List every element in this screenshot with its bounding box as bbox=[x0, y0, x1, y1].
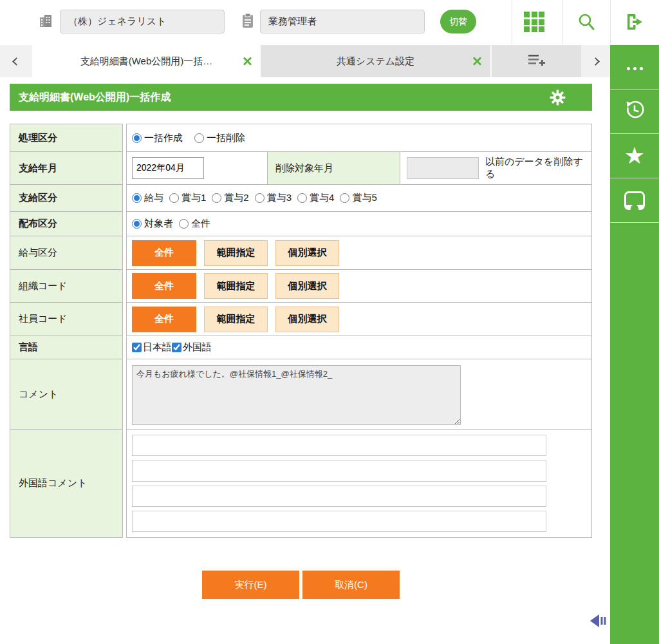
checkbox-foreign[interactable] bbox=[172, 343, 181, 352]
radio-option-batch-delete[interactable]: 一括削除 bbox=[194, 132, 245, 144]
org-code-individual-button[interactable]: 個別選択 bbox=[275, 273, 339, 299]
header-divider bbox=[512, 0, 512, 44]
foreign-comment-input-1[interactable] bbox=[132, 435, 546, 456]
close-tab-icon[interactable] bbox=[472, 56, 482, 66]
delete-suffix-text: 以前のデータを削除する bbox=[485, 156, 591, 180]
tab-scroll-left-button[interactable] bbox=[0, 45, 32, 77]
tab-label: 共通システム設定 bbox=[337, 55, 414, 68]
header-divider bbox=[610, 0, 611, 44]
radio-option-bonus1[interactable]: 賞与1 bbox=[169, 192, 206, 204]
company-input[interactable] bbox=[60, 10, 225, 33]
salary-type-all-button[interactable]: 全件 bbox=[132, 240, 196, 266]
radio-all[interactable] bbox=[179, 219, 189, 229]
salary-type-range-button[interactable]: 範囲指定 bbox=[204, 240, 268, 266]
employee-code-range-button[interactable]: 範囲指定 bbox=[204, 307, 268, 332]
switch-button[interactable]: 切替 bbox=[440, 10, 476, 33]
radio-option-targets[interactable]: 対象者 bbox=[132, 218, 173, 230]
comment-textarea[interactable]: 今月もお疲れ様でした。@社保情報1_@社保情報2_ bbox=[132, 365, 461, 425]
radio-option-bonus5[interactable]: 賞与5 bbox=[340, 192, 376, 204]
row-label-process-type: 処理区分 bbox=[10, 124, 123, 152]
pay-month-input[interactable] bbox=[132, 157, 204, 179]
row-label-employee-code: 社員コード bbox=[10, 302, 123, 336]
collapse-panel-arrow-icon[interactable] bbox=[589, 612, 608, 632]
row-label-foreign-comment: 外国語コメント bbox=[10, 429, 123, 538]
foreign-comment-input-2[interactable] bbox=[132, 460, 546, 481]
radio-option-all[interactable]: 全件 bbox=[179, 218, 210, 230]
search-icon[interactable] bbox=[577, 12, 596, 35]
sidebar-history-button[interactable] bbox=[610, 90, 659, 134]
settings-gear-icon[interactable] bbox=[549, 89, 566, 109]
radio-bonus2[interactable] bbox=[212, 193, 221, 203]
chevron-right-icon bbox=[591, 57, 600, 66]
apps-grid-icon[interactable] bbox=[524, 12, 544, 32]
action-buttons: 実行(E) 取消(C) bbox=[10, 571, 592, 599]
org-code-all-button[interactable]: 全件 bbox=[132, 273, 196, 299]
radio-option-salary[interactable]: 給与 bbox=[132, 192, 163, 204]
row-org-code: 組織コード 全件 範囲指定 個別選択 bbox=[10, 269, 592, 303]
org-code-range-button[interactable]: 範囲指定 bbox=[204, 273, 268, 299]
close-tab-icon[interactable] bbox=[242, 56, 252, 66]
row-comment: コメント 今月もお疲れ様でした。@社保情報1_@社保情報2_ bbox=[10, 359, 592, 430]
row-pay-month: 支給年月 削除対象年月 以前のデータを削除する bbox=[10, 151, 592, 185]
radio-bonus4[interactable] bbox=[297, 193, 307, 203]
manual-book-icon bbox=[624, 191, 645, 210]
checkbox-option-foreign[interactable]: 外国語 bbox=[172, 341, 212, 354]
row-employee-code: 社員コード 全件 範囲指定 個別選択 bbox=[10, 302, 592, 336]
row-distribution: 配布区分 対象者 全件 bbox=[10, 211, 592, 236]
company-building-icon bbox=[39, 13, 54, 31]
checkbox-japanese[interactable] bbox=[132, 343, 142, 352]
row-label-salary-type: 給与区分 bbox=[10, 236, 123, 270]
delete-target-month-input bbox=[407, 157, 479, 179]
history-clock-icon bbox=[624, 99, 645, 124]
tab-payslip-batch[interactable]: 支給明細書(Web公開用)一括… bbox=[32, 45, 261, 77]
execute-button[interactable]: 実行(E) bbox=[202, 571, 299, 599]
cancel-button[interactable]: 取消(C) bbox=[302, 571, 400, 599]
foreign-comment-input-4[interactable] bbox=[132, 511, 546, 532]
row-label-language: 言語 bbox=[10, 336, 123, 359]
row-foreign-comment: 外国語コメント bbox=[10, 429, 592, 538]
foreign-comment-input-3[interactable] bbox=[132, 486, 546, 507]
row-label-comment: コメント bbox=[10, 359, 123, 430]
row-process-type: 処理区分 一括作成 一括削除 bbox=[10, 124, 592, 152]
tab-common-system-settings[interactable]: 共通システム設定 bbox=[261, 45, 490, 77]
right-sidebar: ★ bbox=[610, 45, 659, 644]
radio-bonus5[interactable] bbox=[340, 193, 349, 203]
employee-code-all-button[interactable]: 全件 bbox=[132, 307, 196, 332]
salary-type-individual-button[interactable]: 個別選択 bbox=[275, 240, 339, 266]
tab-bar: 支給明細書(Web公開用)一括… 共通システム設定 bbox=[0, 45, 610, 77]
row-label-pay-month: 支給年月 bbox=[10, 151, 123, 185]
ellipsis-icon bbox=[625, 61, 644, 73]
sidebar-manual-button[interactable] bbox=[610, 178, 659, 223]
radio-bonus3[interactable] bbox=[255, 193, 265, 203]
tab-label: 支給明細書(Web公開用)一括… bbox=[80, 55, 213, 68]
page-title: 支給明細書(Web公開用)一括作成 bbox=[19, 91, 171, 104]
radio-salary[interactable] bbox=[132, 193, 142, 203]
top-header: 切替 bbox=[0, 0, 659, 44]
batch-create-form: 処理区分 一括作成 一括削除 支給年月 削除対象年月 以前のデータを削除する bbox=[10, 124, 592, 538]
radio-option-batch-create[interactable]: 一括作成 bbox=[132, 132, 183, 144]
radio-batch-delete[interactable] bbox=[194, 133, 204, 143]
row-pay-type: 支給区分 給与 賞与1 賞与2 賞与3 賞与4 bbox=[10, 184, 592, 212]
row-language: 言語 日本語 外国語 bbox=[10, 336, 592, 359]
page-title-bar: 支給明細書(Web公開用)一括作成 bbox=[10, 84, 592, 111]
chevron-left-icon bbox=[12, 57, 21, 66]
sidebar-favorites-button[interactable]: ★ bbox=[610, 134, 659, 178]
delete-target-month-label: 削除対象年月 bbox=[267, 152, 400, 184]
role-input[interactable] bbox=[260, 10, 425, 33]
role-clipboard-icon bbox=[241, 13, 254, 31]
radio-option-bonus2[interactable]: 賞与2 bbox=[212, 192, 248, 204]
header-divider bbox=[562, 0, 562, 44]
radio-option-bonus3[interactable]: 賞与3 bbox=[255, 192, 292, 204]
row-salary-type: 給与区分 全件 範囲指定 個別選択 bbox=[10, 236, 592, 270]
sidebar-more-button[interactable] bbox=[610, 45, 659, 90]
radio-targets[interactable] bbox=[132, 219, 142, 229]
tab-scroll-right-button[interactable] bbox=[581, 45, 610, 77]
radio-option-bonus4[interactable]: 賞与4 bbox=[297, 192, 334, 204]
radio-batch-create[interactable] bbox=[132, 133, 142, 143]
row-label-org-code: 組織コード bbox=[10, 269, 123, 303]
logout-icon[interactable] bbox=[625, 12, 645, 34]
checkbox-option-japanese[interactable]: 日本語 bbox=[132, 341, 172, 354]
radio-bonus1[interactable] bbox=[169, 193, 179, 203]
tab-list-add-button[interactable] bbox=[490, 45, 581, 77]
employee-code-individual-button[interactable]: 個別選択 bbox=[275, 307, 339, 332]
